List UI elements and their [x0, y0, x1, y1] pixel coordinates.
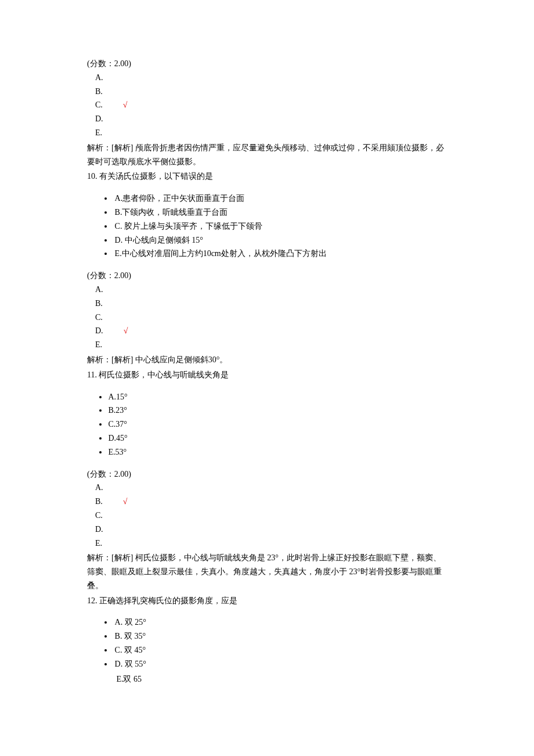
correct-mark-icon: √ — [124, 324, 128, 338]
q10-answer-c: C. — [95, 311, 447, 325]
answer-letter: E. — [95, 338, 102, 352]
answer-letter: D. — [95, 324, 103, 338]
correct-mark-icon: √ — [123, 98, 128, 112]
answer-letter: E. — [95, 537, 102, 550]
q12-option-a: A. 双 25° — [113, 615, 447, 629]
q11-analysis: 解析：[解析] 柯氏位摄影，中心线与听眦线夹角是 23°，此时岩骨上缘正好投影在… — [87, 551, 447, 592]
q11-options: A.15° B.23° C.37° D.45° E.53° — [87, 390, 447, 459]
q10-option-c: C. 胶片上缘与头顶平齐，下缘低于下颌骨 — [113, 219, 447, 233]
q10-score: (分数：2.00) — [87, 269, 447, 283]
q9-score: (分数：2.00) — [87, 57, 447, 71]
q10-options: A.患者仰卧，正中矢状面垂直于台面 B.下颌内收，听眦线垂直于台面 C. 胶片上… — [87, 192, 447, 261]
q10-option-a: A.患者仰卧，正中矢状面垂直于台面 — [113, 192, 447, 206]
answer-letter: E. — [95, 126, 102, 140]
answer-letter: B. — [95, 495, 103, 509]
q11-stem: 11. 柯氏位摄影，中心线与听眦线夹角是 — [87, 368, 447, 382]
answer-letter: C. — [95, 98, 103, 112]
q11-option-b: B.23° — [108, 404, 447, 417]
answer-letter: C. — [95, 509, 103, 523]
q11-answer-e: E. — [95, 537, 447, 550]
q9-analysis: 解析：[解析] 颅底骨折患者因伤情严重，应尽量避免头颅移动、过伸或过仰，不采用颏… — [87, 141, 447, 169]
q11-answer-d: D. — [95, 523, 447, 537]
q11-answer-list: A. B.√ C. D. E. — [87, 481, 447, 550]
q10-answer-a: A. — [95, 283, 447, 297]
q9-answer-e: E. — [95, 126, 447, 140]
q10-answer-e: E. — [95, 338, 447, 352]
q10-option-e: E.中心线对准眉间上方约10cm处射入，从枕外隆凸下方射出 — [113, 247, 447, 261]
q10-option-b: B.下颌内收，听眦线垂直于台面 — [113, 206, 447, 219]
q11-option-d: D.45° — [108, 431, 447, 445]
q9-answer-a: A. — [95, 71, 447, 85]
q10-answer-b: B. — [95, 297, 447, 311]
answer-letter: B. — [95, 85, 103, 99]
q12-options: A. 双 25° B. 双 35° C. 双 45° D. 双 55° — [87, 615, 447, 671]
answer-letter: A. — [95, 481, 103, 495]
q12-option-e: E.双 65 — [87, 672, 447, 686]
answer-letter: B. — [95, 297, 103, 311]
q12-option-c: C. 双 45° — [113, 643, 447, 657]
q10-answer-d: D.√ — [95, 324, 447, 338]
q11-answer-a: A. — [95, 481, 447, 495]
q11-answer-b: B.√ — [95, 495, 447, 509]
q10-stem: 10. 有关汤氏位摄影，以下错误的是 — [87, 170, 447, 183]
q11-answer-c: C. — [95, 509, 447, 523]
answer-letter: D. — [95, 112, 103, 126]
q11-option-e: E.53° — [108, 445, 447, 459]
q10-analysis: 解析：[解析] 中心线应向足侧倾斜30°。 — [87, 353, 447, 367]
q12-option-b: B. 双 35° — [113, 629, 447, 643]
answer-letter: A. — [95, 283, 103, 297]
q11-option-c: C.37° — [108, 417, 447, 431]
correct-mark-icon: √ — [123, 495, 128, 509]
q10-answer-list: A. B. C. D.√ E. — [87, 283, 447, 352]
q12-option-d: D. 双 55° — [113, 657, 447, 671]
q11-option-a: A.15° — [108, 390, 447, 404]
q12-stem: 12. 正确选择乳突梅氏位的摄影角度，应是 — [87, 594, 447, 608]
q9-answer-list: A. B. C.√ D. E. — [87, 71, 447, 140]
answer-letter: D. — [95, 523, 103, 537]
q10-option-d: D. 中心线向足侧倾斜 15° — [113, 233, 447, 247]
q11-score: (分数：2.00) — [87, 467, 447, 481]
q9-answer-b: B. — [95, 85, 447, 99]
q9-answer-d: D. — [95, 112, 447, 126]
answer-letter: C. — [95, 311, 103, 325]
q9-answer-c: C.√ — [95, 98, 447, 112]
answer-letter: A. — [95, 71, 103, 85]
